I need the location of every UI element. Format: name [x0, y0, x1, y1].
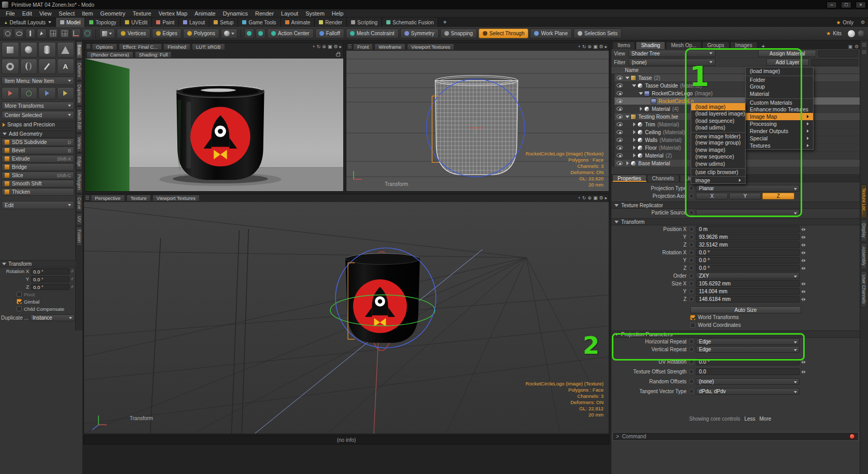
cube-primitive-button[interactable]	[2, 42, 19, 58]
render-header-tab[interactable]: Effect: Final C...	[119, 44, 162, 50]
channel-toggle-icon[interactable]	[689, 235, 694, 239]
menu-item[interactable]: Processing	[746, 120, 813, 127]
transform-panel-header[interactable]: Transform	[0, 260, 76, 267]
visibility-eye-icon[interactable]	[617, 161, 623, 165]
edge-tab[interactable]: Assembly	[861, 243, 867, 269]
front-canvas[interactable]: Transform RocketCircleLogo (Image) (Text…	[346, 51, 609, 191]
menu-item[interactable]: Textures	[746, 142, 813, 149]
more-transforms-dropdown[interactable]: More Transforms	[2, 102, 74, 110]
channel-toggle-icon[interactable]	[689, 369, 694, 374]
menu-item[interactable]: (load sequence)	[691, 117, 745, 124]
viewport-corner-icon[interactable]: ▣	[593, 195, 598, 202]
visibility-eye-icon[interactable]	[617, 114, 623, 119]
menu-item[interactable]: System	[302, 9, 328, 18]
menu-item[interactable]: Help	[328, 9, 347, 18]
menu-item[interactable]: Render Outputs	[746, 127, 813, 135]
channel-toggle-icon[interactable]	[689, 297, 694, 301]
menu-item[interactable]: Image Map	[746, 113, 813, 120]
toolbar-button[interactable]: Selection Sets	[573, 28, 622, 38]
value-field[interactable]: 0.0	[696, 368, 800, 375]
channel-toggle-icon[interactable]	[689, 389, 694, 394]
mini-slider-arrows[interactable]	[800, 298, 807, 301]
layout-tab[interactable]: Scripting	[347, 18, 382, 27]
pin-tool-icon[interactable]	[25, 28, 35, 38]
kits-button[interactable]: ★ Kits	[822, 31, 846, 36]
edit-dropdown[interactable]: Edit	[2, 201, 74, 209]
toolbar-button[interactable]: Symmetry	[400, 28, 439, 38]
layout-tab[interactable]: Paint	[152, 18, 179, 27]
add-layer-button[interactable]: Add Layer	[766, 59, 809, 66]
expand-arrow-icon[interactable]	[625, 77, 630, 79]
shader-tree-row[interactable]: Tasse (2)	[611, 74, 860, 82]
render-header-tab[interactable]: (Render Camera)	[87, 51, 133, 58]
texture-replicator-header[interactable]: Texture Replicator	[611, 202, 860, 209]
command-input[interactable]: Command	[622, 434, 646, 439]
item-menu-dropdown[interactable]: Item Menu: New Item	[2, 77, 74, 85]
visibility-eye-icon[interactable]	[617, 153, 623, 157]
transform-checkbox-row[interactable]: Child Compensate	[0, 305, 76, 312]
toolbar-button[interactable]: Falloff	[315, 28, 344, 38]
projection-axis-button[interactable]: Y	[729, 193, 761, 199]
viewport-corner-icon[interactable]: +	[578, 195, 581, 202]
axis-tool-icon[interactable]	[71, 28, 81, 38]
layout-tab[interactable]: UVEdit	[121, 18, 152, 27]
menu-item[interactable]: Animate	[191, 9, 219, 18]
properties-tab[interactable]: Properties	[612, 175, 647, 182]
expand-arrow-icon[interactable]	[632, 84, 637, 87]
visibility-eye-icon[interactable]	[617, 146, 623, 150]
layout-tab[interactable]: Setup	[209, 18, 238, 27]
menu-item[interactable]: Edit	[19, 9, 36, 18]
checkbox[interactable]	[690, 323, 695, 328]
tree-column-header[interactable]: Name	[611, 67, 860, 74]
expand-arrow-icon[interactable]	[625, 161, 630, 165]
channel-toggle-icon[interactable]	[689, 339, 694, 344]
record-icon[interactable]	[849, 434, 855, 439]
mini-slider-arrows[interactable]	[800, 361, 807, 364]
layout-tab[interactable]: Game Tools	[238, 18, 281, 27]
viewport-corner-icon[interactable]: ▣	[328, 44, 332, 50]
menu-item[interactable]: Material	[746, 90, 813, 97]
selection-mode-button[interactable]: Polygons	[183, 28, 219, 38]
action-origin-icon[interactable]	[256, 28, 265, 38]
channel-toggle-icon[interactable]	[689, 347, 694, 352]
panel-tab[interactable]: Shading	[636, 41, 665, 49]
menu-item[interactable]: (load layered image)	[691, 110, 745, 118]
menu-item[interactable]: Vertex Map	[155, 9, 191, 18]
assign-material-button[interactable]: Assign Material	[758, 50, 816, 57]
layout-tab[interactable]: Layout	[179, 18, 209, 27]
menu-item[interactable]: Item	[78, 9, 96, 18]
mini-slider-arrows[interactable]	[800, 267, 807, 270]
menu-item[interactable]: (load udims)	[691, 124, 745, 132]
checkbox[interactable]	[17, 306, 22, 311]
geometry-tool-button[interactable]: Thicken	[2, 188, 74, 196]
less-link[interactable]: Less	[744, 416, 755, 422]
action-axis-icon[interactable]	[244, 28, 254, 38]
layout-tab[interactable]: Topology	[85, 18, 121, 27]
value-field[interactable]: 148.6184 mm	[696, 296, 800, 303]
front-header-tab[interactable]: Viewport Textures	[407, 44, 454, 50]
toolbox-tab[interactable]: Polygon	[76, 171, 82, 193]
viewport-corner-icon[interactable]: ⊕	[587, 195, 592, 202]
visibility-eye-icon[interactable]	[617, 83, 623, 88]
viewport-drag-handle[interactable]	[348, 45, 352, 49]
channel-toggle-icon[interactable]	[689, 289, 694, 294]
render-header-tab[interactable]: Options	[92, 44, 117, 50]
rings-tool-icon[interactable]	[82, 28, 92, 38]
toolbox-tab[interactable]: Edge	[76, 153, 82, 170]
front-header-tab[interactable]: Front	[353, 44, 373, 50]
menu-item[interactable]: Select	[55, 9, 78, 18]
rotate-tool-button[interactable]	[20, 87, 38, 99]
perspective-header-tab[interactable]: Texture	[127, 195, 151, 202]
edge-gear-icon[interactable]	[861, 49, 867, 55]
sphere-primitive-button[interactable]	[20, 42, 38, 58]
scale-tool-button[interactable]	[38, 87, 56, 99]
field-spinner[interactable]: ↺	[71, 285, 75, 289]
menu-item[interactable]: (use clip browser)	[691, 168, 745, 176]
cursor-tool-icon[interactable]	[37, 28, 47, 38]
add-geometry-header[interactable]: Add Geometry	[0, 130, 76, 138]
viewport-corner-icon[interactable]: ⚙	[599, 44, 603, 50]
expand-arrow-icon[interactable]	[632, 146, 637, 150]
expand-arrow-icon[interactable]	[625, 116, 630, 118]
menu-item[interactable]: Special	[746, 135, 813, 142]
filter-dropdown[interactable]: (none)	[628, 59, 716, 66]
